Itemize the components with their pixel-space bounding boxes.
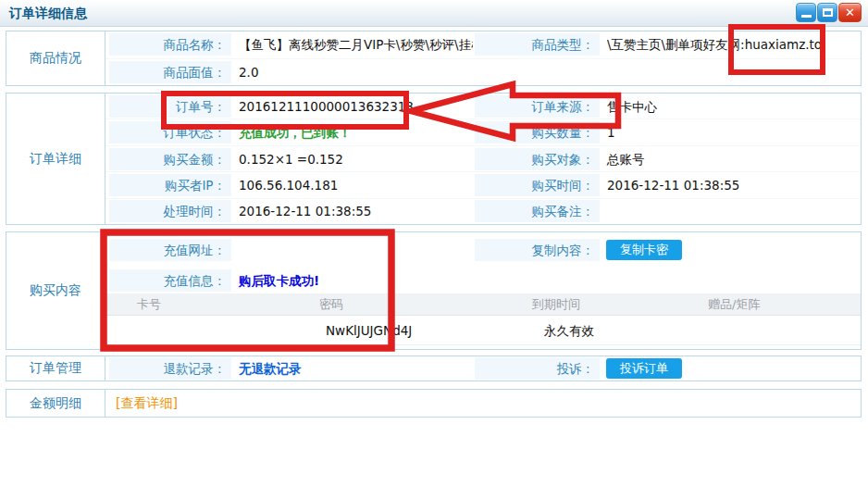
complain-order-button[interactable]: 投诉订单 bbox=[606, 358, 682, 379]
product-type-value: \互赞主页\删单项好友网:huaxiamz.top(7517 bbox=[607, 33, 824, 56]
buy-amount-label: 购买金额： bbox=[109, 148, 231, 170]
process-time-row: 处理时间： 2016-12-11 01:38:55 购买备注： bbox=[105, 198, 861, 224]
buy-time-value: 2016-12-11 01:38:55 bbox=[607, 174, 739, 196]
product-facevalue-label: 商品面值： bbox=[109, 61, 231, 83]
close-button[interactable]: ✕ bbox=[838, 3, 862, 22]
card-table-row: NwKlJUJGNd4J 永久有效 bbox=[105, 316, 861, 345]
complaint-label: 投诉： bbox=[475, 357, 600, 380]
section-amount-detail: 金额明细 [查看详细] bbox=[6, 389, 862, 418]
recharge-info-value: 购后取卡成功! bbox=[239, 269, 319, 292]
section-order-label: 订单详细 bbox=[6, 94, 105, 224]
col-card-number: 卡号 bbox=[137, 293, 161, 316]
order-status-row: 订单状态： 充值成功，已到账！ 购买数量： 1 bbox=[105, 119, 861, 144]
col-gift-matrix: 赠品/矩阵 bbox=[708, 293, 760, 316]
section-order-manage: 订单管理 退款记录： 无退款记录 投诉： 投诉订单 bbox=[6, 356, 862, 381]
buy-qty-label: 购买数量： bbox=[475, 121, 600, 143]
buy-qty-value: 1 bbox=[607, 121, 615, 143]
product-name-row: 商品名称： 【鱼飞】离线秒赞二月VIP卡\秒赞\秒评\挂机 商品类型： \互赞主… bbox=[105, 31, 861, 58]
order-number-label: 订单号： bbox=[109, 95, 231, 118]
buyer-ip-row: 购买者IP： 106.56.104.181 购买时间： 2016-12-11 0… bbox=[105, 171, 861, 197]
process-time-value: 2016-12-11 01:38:55 bbox=[239, 200, 371, 222]
product-type-label: 商品类型： bbox=[475, 33, 600, 56]
order-number-value: 2016121110000013632318 bbox=[239, 95, 414, 118]
refund-label: 退款记录： bbox=[109, 357, 231, 380]
recharge-url-row: 充值网址： 复制内容： 复制卡密 bbox=[105, 232, 861, 267]
section-purchase-content: 购买内容 充值网址： 复制内容： 复制卡密 充值信息： 购后取卡成功! 卡号 密… bbox=[6, 231, 862, 350]
recharge-info-row: 充值信息： 购后取卡成功! bbox=[105, 267, 861, 293]
col-password: 密码 bbox=[319, 293, 343, 316]
order-status-label: 订单状态： bbox=[109, 121, 231, 143]
order-detail-dialog: 订单详细信息 ✕ 商品情况 商品名称： 【鱼飞】离线秒赞二月VIP卡\秒赞\秒评… bbox=[0, 0, 868, 499]
product-facevalue-value: 2.0 bbox=[239, 61, 258, 83]
copy-card-secret-button[interactable]: 复制卡密 bbox=[606, 240, 682, 260]
title-bar: 订单详细信息 ✕ bbox=[0, 0, 868, 27]
buy-note-label: 购买备注： bbox=[475, 200, 600, 222]
copy-content-label: 复制内容： bbox=[475, 239, 600, 261]
buy-time-label: 购买时间： bbox=[475, 174, 600, 196]
refund-value: 无退款记录 bbox=[239, 357, 302, 380]
amount-detail-row: [查看详细] bbox=[105, 390, 861, 417]
col-expiry: 到期时间 bbox=[532, 293, 580, 316]
section-manage-label: 订单管理 bbox=[6, 356, 105, 380]
maximize-button[interactable] bbox=[817, 3, 837, 22]
close-icon: ✕ bbox=[839, 6, 861, 19]
order-number-row: 订单号： 2016121110000013632318 订单来源： 售卡中心 bbox=[105, 94, 861, 119]
minimize-button[interactable] bbox=[796, 3, 816, 22]
password-value: NwKlJUJGNd4J bbox=[326, 316, 412, 345]
section-order-detail: 订单详细 订单号： 2016121110000013632318 订单来源： 售… bbox=[6, 93, 862, 225]
buyer-ip-label: 购买者IP： bbox=[109, 174, 231, 196]
product-name-label: 商品名称： bbox=[109, 33, 231, 56]
section-content-label: 购买内容 bbox=[6, 232, 105, 349]
order-source-label: 订单来源： bbox=[475, 95, 600, 118]
expiry-value: 永久有效 bbox=[544, 316, 594, 345]
buy-amount-value: 0.152×1 =0.152 bbox=[239, 148, 343, 170]
recharge-info-label: 充值信息： bbox=[109, 269, 231, 292]
card-table-header: 卡号 密码 到期时间 赠品/矩阵 bbox=[105, 293, 861, 316]
section-product-label: 商品情况 bbox=[6, 31, 105, 85]
product-facevalue-row: 商品面值： 2.0 bbox=[105, 58, 861, 86]
product-name-value: 【鱼飞】离线秒赞二月VIP卡\秒赞\秒评\挂机 bbox=[239, 33, 473, 56]
buy-target-label: 购买对象： bbox=[475, 148, 600, 170]
process-time-label: 处理时间： bbox=[109, 200, 231, 222]
section-amount-label: 金额明细 bbox=[6, 390, 105, 417]
maximize-icon bbox=[823, 8, 833, 17]
dialog-title: 订单详细信息 bbox=[9, 0, 87, 26]
section-product: 商品情况 商品名称： 【鱼飞】离线秒赞二月VIP卡\秒赞\秒评\挂机 商品类型：… bbox=[6, 31, 862, 86]
refund-row: 退款记录： 无退款记录 投诉： 投诉订单 bbox=[105, 356, 861, 380]
view-detail-link[interactable]: [查看详细] bbox=[116, 395, 178, 412]
buy-target-value: 总账号 bbox=[607, 148, 645, 170]
buyer-ip-value: 106.56.104.181 bbox=[239, 174, 338, 196]
order-source-value: 售卡中心 bbox=[607, 95, 657, 118]
buy-amount-row: 购买金额： 0.152×1 =0.152 购买对象： 总账号 bbox=[105, 145, 861, 171]
recharge-url-label: 充值网址： bbox=[109, 239, 231, 261]
minimize-icon bbox=[801, 15, 812, 18]
order-status-value: 充值成功，已到账！ bbox=[239, 121, 352, 143]
